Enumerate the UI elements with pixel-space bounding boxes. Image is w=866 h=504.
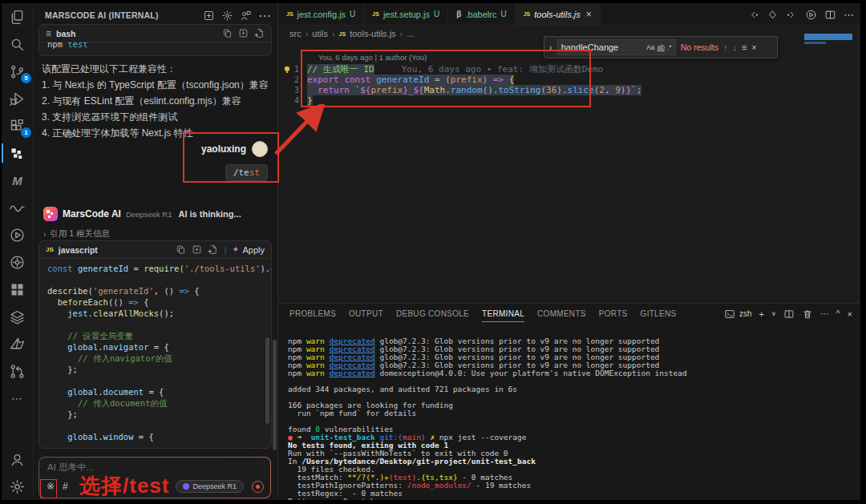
tab-jest-setup[interactable]: JS jest.setup.js U: [364, 3, 448, 25]
git-untracked-badge: U: [350, 10, 355, 18]
panel-scrollbar[interactable]: [273, 340, 277, 450]
shell-label: zsh: [739, 309, 752, 318]
settings-gear-icon[interactable]: [2, 473, 33, 500]
reference-toggle[interactable]: › 引用 1 相关信息: [43, 228, 110, 240]
bash-code: npm test: [47, 42, 263, 49]
source-control-badge: 5: [21, 73, 31, 83]
search-icon[interactable]: [2, 30, 33, 58]
tab-ports[interactable]: PORTS: [599, 306, 628, 321]
extensions-icon[interactable]: 1: [2, 112, 33, 139]
marscode-ai-icon[interactable]: [2, 139, 33, 167]
js-file-icon: JS: [372, 11, 379, 17]
apply-button[interactable]: ✦Apply: [232, 244, 265, 255]
find-input[interactable]: [561, 42, 644, 52]
close-panel-icon[interactable]: ×: [848, 309, 852, 319]
code-block-lang: javascript: [59, 245, 98, 255]
editor-tab-bar: JS jest.config.js U JS jest.setup.js U β…: [278, 3, 860, 26]
wave-icon[interactable]: [2, 194, 33, 221]
code-line: return `${prefix}_${Math.random().toStri…: [307, 85, 641, 95]
m-logo-icon[interactable]: M: [2, 167, 33, 194]
chevron-down-icon[interactable]: ∨: [771, 310, 776, 317]
editor-area: JS jest.config.js U JS jest.setup.js U β…: [278, 3, 860, 500]
tools-circle-icon[interactable]: [2, 248, 33, 276]
split-terminal-icon[interactable]: [783, 308, 795, 320]
user-message: yaoluxing /test: [201, 141, 268, 181]
kill-terminal-icon[interactable]: [802, 308, 813, 320]
close-icon[interactable]: ×: [586, 9, 592, 20]
compare-changes-icon[interactable]: [767, 9, 779, 21]
chat-input[interactable]: [47, 462, 262, 472]
feedback-icon[interactable]: [240, 10, 252, 22]
insert-icon[interactable]: [238, 28, 249, 38]
new-file-icon[interactable]: [254, 28, 265, 38]
find-expand-icon[interactable]: ›: [549, 42, 552, 52]
tab-output[interactable]: OUTPUT: [349, 306, 383, 321]
tab-problems[interactable]: PROBLEMS: [289, 306, 336, 321]
code-line: // 生成唯一 IDYou, 6 days ago • feat: 增加测试函数…: [307, 64, 603, 75]
copy-icon[interactable]: [222, 28, 233, 38]
find-next-icon[interactable]: ↓: [732, 42, 737, 52]
wrap-icon: ≡: [46, 28, 51, 39]
lightbulb-icon[interactable]: [281, 64, 293, 75]
tab-debug-console[interactable]: DEBUG CONSOLE: [396, 306, 469, 321]
previous-change-icon[interactable]: [747, 9, 759, 21]
js-code: const generateId = require('./tools-util…: [39, 259, 271, 445]
close-icon[interactable]: ×: [751, 42, 756, 52]
javascript-code-block: JS javascript | ✦Apply const generateId …: [38, 240, 272, 449]
new-terminal-icon[interactable]: +: [759, 309, 764, 319]
insert-icon[interactable]: [192, 244, 202, 255]
slash-command-icon[interactable]: ※: [47, 481, 55, 492]
gear-icon[interactable]: [221, 10, 233, 22]
new-chat-icon[interactable]: [203, 10, 215, 22]
tab-jest-config[interactable]: JS jest.config.js U: [278, 3, 364, 25]
find-in-selection-icon[interactable]: ≡: [742, 42, 747, 52]
code-editor[interactable]: You, 6 days ago | 1 author (You) 1 // 生成…: [278, 42, 860, 303]
add-context-icon[interactable]: #: [63, 481, 68, 492]
layers-icon[interactable]: [2, 303, 33, 330]
terminal-output[interactable]: npm warn deprecated glob@7.2.3: Glob ver…: [288, 337, 856, 500]
codelens[interactable]: You, 6 days ago | 1 author (You): [318, 53, 427, 62]
new-file-icon[interactable]: [208, 244, 218, 255]
js-file-icon: JS: [46, 246, 54, 253]
bash-code-block: ≡ bash npm test: [38, 24, 272, 56]
tab-tools-utils[interactable]: JS tools-utils.js ×: [516, 3, 601, 25]
model-selector[interactable]: Deepseek R1: [176, 480, 244, 493]
code-block-scrollbar[interactable]: [265, 337, 269, 424]
tab-babelrc[interactable]: β .babelrc U: [448, 3, 515, 25]
git-untracked-badge: U: [500, 10, 506, 18]
code-block-lang: bash: [56, 29, 76, 38]
next-change-icon[interactable]: [786, 9, 798, 21]
source-control-icon[interactable]: 5: [2, 58, 33, 85]
copy-icon[interactable]: [176, 244, 186, 255]
tab-terminal[interactable]: TERMINAL: [482, 306, 524, 322]
account-icon[interactable]: [2, 446, 33, 473]
extensions-badge: 1: [21, 127, 31, 138]
regex-icon[interactable]: .*: [667, 43, 672, 51]
activity-bar: 5 1 M ⋯: [2, 3, 34, 500]
origami-icon[interactable]: [2, 330, 33, 357]
tab-comments[interactable]: COMMENTS: [537, 306, 586, 321]
user-command-bubble: /test: [225, 164, 268, 181]
tab-gitlens[interactable]: GITLENS: [641, 306, 677, 321]
js-file-icon: JS: [339, 31, 346, 37]
user-avatar: [252, 141, 268, 157]
maximize-panel-icon[interactable]: ^: [836, 309, 840, 318]
pull-request-icon[interactable]: [2, 357, 33, 385]
ai-name: MarsCode AI: [63, 208, 121, 220]
marscode-logo-icon: [43, 207, 58, 221]
run-debug-icon[interactable]: [2, 85, 33, 112]
whole-word-icon[interactable]: ab: [658, 43, 665, 51]
more-actions-icon[interactable]: ⋯: [820, 308, 829, 319]
more-actions-icon[interactable]: ⋯: [844, 9, 854, 21]
explorer-icon[interactable]: [2, 3, 33, 30]
run-file-icon[interactable]: [805, 9, 817, 21]
test-explorer-icon[interactable]: [2, 221, 33, 248]
find-previous-icon[interactable]: ↑: [723, 42, 728, 52]
match-case-icon[interactable]: Aa: [646, 43, 654, 51]
grid-icon[interactable]: [2, 276, 33, 303]
stop-generation-button[interactable]: [252, 481, 264, 493]
more-views-icon[interactable]: ⋯: [2, 385, 33, 412]
babel-file-icon: β: [456, 10, 461, 18]
panel-more-icon[interactable]: ⋯: [258, 8, 271, 23]
split-editor-icon[interactable]: [824, 9, 836, 21]
